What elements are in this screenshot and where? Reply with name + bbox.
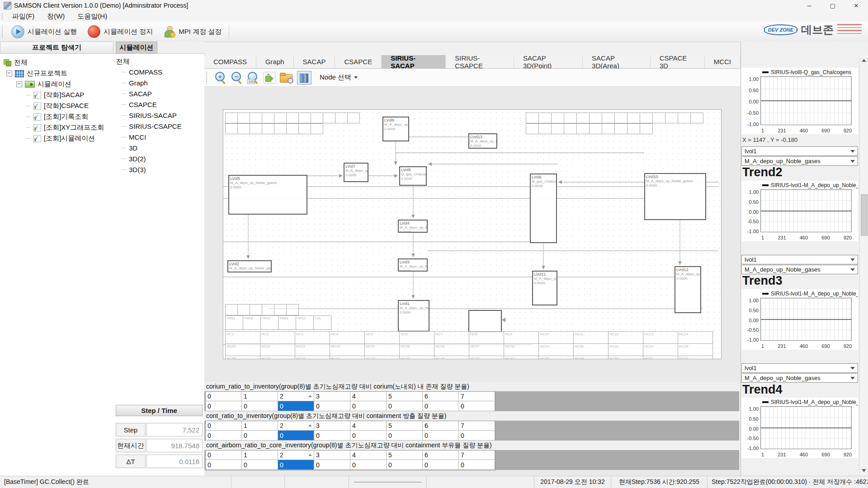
column-header[interactable]: 7: [459, 421, 495, 431]
diagram-node[interactable]: LVol4M_A_depo_up_Noble_gases0.0000: [398, 220, 428, 233]
mpi-account-button[interactable]: MPI 계정 설정: [158, 23, 227, 40]
simtree-root[interactable]: 전체: [116, 57, 130, 66]
table-cell[interactable]: 0: [387, 431, 423, 441]
column-header[interactable]: 4: [350, 392, 387, 401]
column-header[interactable]: 0: [206, 392, 242, 401]
diagram-node[interactable]: LVol13M_A_depo_up_Noble_gases0.0000: [468, 133, 497, 149]
plot-area[interactable]: [760, 76, 852, 125]
close-button[interactable]: ✕: [844, 0, 868, 11]
tab-sacap-3d-area[interactable]: SACAP 3D(Area): [583, 55, 651, 68]
column-header[interactable]: 0: [206, 421, 242, 431]
run-simulation-button[interactable]: 시뮬레이션 실행: [6, 23, 82, 40]
scroll-up-icon[interactable]: [862, 59, 866, 62]
simtree-item-mcci[interactable]: MCCI: [122, 133, 146, 141]
trend2-node-select[interactable]: lvol1: [741, 146, 858, 156]
simtree-item-3d2[interactable]: 3D(2): [122, 155, 146, 163]
column-header[interactable]: 2: [278, 450, 314, 460]
tree-item-simulation[interactable]: 시뮬레이션: [16, 80, 71, 89]
table-cell[interactable]: 0: [459, 401, 495, 411]
tree-item-sacap[interactable]: [작화]SACAP: [26, 91, 84, 99]
scroll-thumb[interactable]: [861, 194, 868, 236]
tab-mcci[interactable]: MCCI: [705, 55, 741, 68]
diagram-node[interactable]: LVol5M_A_depo_up_Noble_gases0.0000: [228, 175, 307, 215]
tab-sirius-csapce[interactable]: SIRIUS-CSAPCE: [446, 55, 514, 68]
table-cell[interactable]: 0: [206, 460, 242, 470]
column-header[interactable]: 1: [242, 421, 278, 431]
simtree-item-compass[interactable]: COMPASS: [122, 68, 162, 76]
simtree-item-3d[interactable]: 3D: [122, 144, 137, 152]
simtree-item-sirius-csapce[interactable]: SIRIUS-CSAPCE: [122, 122, 182, 130]
column-header[interactable]: 5: [387, 450, 423, 460]
menu-help[interactable]: 도움말(H): [71, 12, 113, 21]
simtree-item-sirius-sacap[interactable]: SIRIUS-SACAP: [122, 112, 177, 119]
simtree-item-3d3[interactable]: 3D(3): [122, 166, 146, 174]
column-header[interactable]: 6: [423, 421, 459, 431]
tree-item-new-project[interactable]: 신규프로젝트: [6, 69, 67, 78]
column-header[interactable]: 4: [350, 450, 387, 460]
table-cell[interactable]: 0: [423, 460, 459, 470]
tab-csapce[interactable]: CSAPCE: [335, 55, 382, 68]
diagram-node[interactable]: LVol3M_A_depo_up_Noble_gases0.0000: [398, 258, 428, 272]
column-header[interactable]: 3: [314, 450, 350, 460]
zoom-in-button[interactable]: +: [215, 72, 226, 84]
table-cell[interactable]: 0: [242, 401, 278, 411]
selection-box[interactable]: [468, 310, 502, 332]
tree-item-cspace[interactable]: [작화]CSPACE: [26, 102, 89, 110]
maximize-button[interactable]: ▢: [821, 0, 844, 11]
menu-file[interactable]: 파일(F): [6, 12, 41, 21]
table-cell[interactable]: 0: [206, 431, 242, 441]
diagram-node[interactable]: LVol6M_gas_Chalcogens0.0000: [530, 174, 557, 243]
plot-area[interactable]: [760, 406, 852, 449]
tree-item-all[interactable]: 전체: [4, 58, 28, 67]
diagram-node[interactable]: LVol2M_A_depo_up_Noble_gases0.0000: [227, 260, 272, 272]
menu-window[interactable]: 창(W): [41, 12, 71, 21]
table-cell-selected[interactable]: 0: [278, 431, 314, 441]
table-cell[interactable]: 0: [459, 460, 495, 470]
plot-area[interactable]: [760, 189, 852, 232]
plot-area[interactable]: [760, 298, 852, 341]
diagram-node[interactable]: LVol7M_A_depo_up_Noble_gases0.0000: [344, 163, 368, 182]
node-select-dropdown[interactable]: Node 선택: [316, 71, 361, 84]
column-header[interactable]: 3: [314, 392, 350, 401]
table-cell[interactable]: 0: [387, 460, 423, 470]
diagram-node[interactable]: LVol12M_A_depo_up_Noble_gases0.0000: [675, 266, 701, 313]
table-cell[interactable]: 0: [459, 431, 495, 441]
trend3-node-select[interactable]: lvol1: [741, 255, 858, 264]
table-cell[interactable]: 0: [350, 401, 387, 411]
simtree-item-csapce[interactable]: CSAPCE: [122, 101, 157, 108]
column-header[interactable]: 6: [423, 392, 459, 401]
tab-simulation-panel[interactable]: 시뮬레이션: [116, 42, 157, 54]
column-header[interactable]: 7: [459, 392, 495, 401]
zoom-100-button[interactable]: 100: [247, 72, 259, 84]
column-header[interactable]: 2: [278, 421, 314, 431]
column-header[interactable]: 5: [387, 421, 423, 431]
table-cell[interactable]: 0: [314, 431, 350, 441]
column-header[interactable]: 1: [242, 450, 278, 460]
collapse-icon[interactable]: [16, 81, 22, 87]
tab-compass[interactable]: COMPASS: [204, 55, 256, 68]
column-header[interactable]: 1: [242, 392, 278, 401]
table-cell[interactable]: 0: [206, 401, 242, 411]
table-cell[interactable]: 0: [350, 460, 387, 470]
simtree-item-graph[interactable]: Graph: [122, 79, 148, 87]
zoom-out-button[interactable]: −: [231, 72, 243, 84]
table-cell-selected[interactable]: 0: [278, 401, 314, 411]
tree-item-simulation-view[interactable]: [조회]시뮬레이션: [26, 134, 95, 143]
table-cell[interactable]: 0: [242, 460, 278, 470]
tree-item-xygraph-view[interactable]: [조회]XY그래프조회: [26, 123, 104, 132]
diagram-node[interactable]: LVol1M_A_depo_up_Noble_gases0.0000: [398, 300, 429, 332]
diagram-node[interactable]: LVol10M_A_depo_up_Noble_gases0.0000: [644, 173, 706, 220]
column-header[interactable]: 2: [278, 392, 314, 401]
open-settings-button[interactable]: [280, 73, 292, 83]
table-cell[interactable]: 0: [350, 431, 387, 441]
column-header[interactable]: 7: [459, 450, 495, 460]
fit-view-button[interactable]: [264, 72, 275, 84]
trend-scrollbar[interactable]: [859, 55, 868, 476]
stop-simulation-button[interactable]: 시뮬레이션 정지: [82, 23, 158, 40]
column-header[interactable]: 6: [423, 450, 459, 460]
column-header[interactable]: 0: [206, 450, 242, 460]
simtree-item-sacap[interactable]: SACAP: [122, 90, 152, 98]
trend2-param-select[interactable]: M_A_depo_up_Noble_gases: [741, 156, 858, 166]
tree-item-record-view[interactable]: [조회]기록조회: [26, 113, 88, 121]
table-cell[interactable]: 0: [314, 460, 350, 470]
